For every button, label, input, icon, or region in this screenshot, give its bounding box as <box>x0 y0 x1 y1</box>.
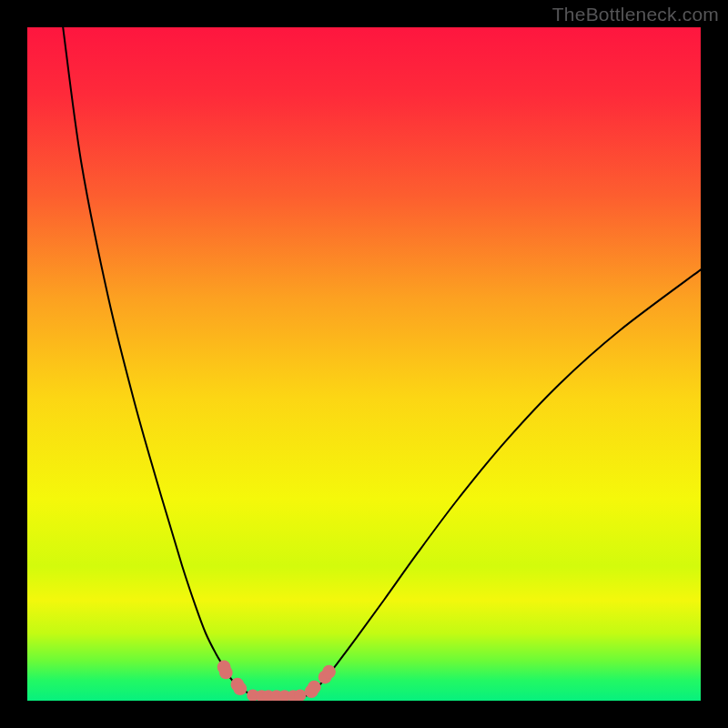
data-marker <box>308 681 321 694</box>
chart-plot <box>27 27 701 701</box>
data-marker <box>322 665 336 679</box>
data-marker <box>219 666 233 680</box>
chart-frame: TheBottleneck.com <box>0 0 728 728</box>
chart-canvas <box>27 27 701 701</box>
data-marker <box>233 682 247 695</box>
gradient-background <box>27 27 701 701</box>
attribution-watermark: TheBottleneck.com <box>552 4 719 25</box>
